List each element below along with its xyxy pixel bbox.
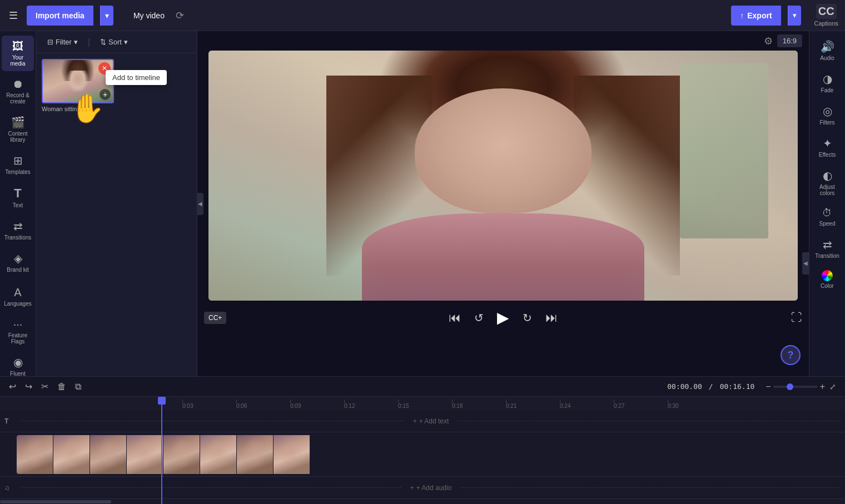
feature-flags-icon: ··· — [13, 318, 23, 331]
audio-icon: 🔊 — [821, 40, 834, 53]
media-thumbnail-container: ✕ + Woman sittin... Add to timeline 🤚 — [42, 59, 114, 112]
text-track-row: T + + Add text — [0, 410, 845, 432]
adjust-colors-icon: ◐ — [823, 169, 832, 182]
ruler-mark: 0:06 — [236, 400, 290, 409]
sort-icon: ⇅ — [100, 38, 106, 46]
undo-button[interactable]: ↩ — [7, 380, 18, 393]
panel-collapse-button[interactable]: ◀ — [197, 193, 203, 215]
sidebar-item-record-create[interactable]: ⏺ Record & create — [2, 73, 34, 109]
skip-forward-button[interactable]: ⏭ — [543, 308, 560, 327]
ruler-mark: 0:18 — [452, 400, 506, 409]
rewind-button[interactable]: ↺ — [472, 309, 486, 327]
help-button[interactable]: ? — [781, 345, 801, 365]
timeline-area: ↩ ↪ ✂ 🗑 ⧉ 00:00.00 / 00:16.10 − + ⤢ 0:03… — [0, 376, 845, 504]
filter-button[interactable]: ⊟ Filter ▾ — [43, 36, 82, 48]
sync-icon[interactable]: ⟳ — [176, 9, 184, 22]
tool-fade[interactable]: ◑ Fade — [811, 68, 843, 98]
export-dropdown-button[interactable]: ▾ — [788, 6, 801, 26]
menu-icon[interactable]: ☰ — [7, 7, 20, 24]
sidebar-item-text[interactable]: T Text — [2, 182, 34, 213]
preview-top-bar: ⚙ 16:9 — [197, 31, 809, 51]
audio-track-content: + + Add audio — [17, 477, 845, 498]
captions-button[interactable]: CC Captions — [814, 4, 838, 27]
record-icon: ⏺ — [12, 78, 23, 91]
redo-button[interactable]: ↪ — [23, 380, 34, 393]
add-text-button[interactable]: + + Add text — [409, 415, 454, 427]
add-audio-button[interactable]: + + Add audio — [406, 482, 456, 494]
cc-button[interactable]: CC+ — [204, 312, 226, 324]
import-button[interactable]: Import media — [27, 6, 93, 26]
export-button[interactable]: ↑ Export — [731, 6, 781, 26]
add-text-icon: + — [413, 417, 417, 425]
add-audio-icon: + — [410, 484, 414, 492]
preview-area: ⚙ 16:9 — [197, 31, 809, 376]
text-track-content: + + Add text — [17, 410, 845, 432]
cut-button[interactable]: ✂ — [39, 380, 51, 393]
tool-color[interactable]: Color — [811, 266, 843, 293]
add-to-timeline-tooltip[interactable]: Add to timeline — [106, 70, 167, 85]
media-thumbnail[interactable]: ✕ + — [42, 59, 114, 103]
tool-effects[interactable]: ✦ Effects — [811, 132, 843, 162]
left-nav: 🖼 Your media ⏺ Record & create 🎬 Content… — [0, 31, 36, 376]
settings-icon[interactable]: ⚙ — [764, 35, 773, 47]
sidebar-item-your-media[interactable]: 🖼 Your media — [2, 36, 34, 71]
zoom-slider[interactable] — [773, 386, 818, 388]
video-track-row — [0, 432, 845, 477]
sidebar-item-fluent-theme[interactable]: ◉ Fluent Theme — [2, 351, 34, 376]
strip-frame — [274, 435, 310, 474]
text-track-label: T — [0, 417, 17, 425]
text-icon: T — [14, 186, 21, 201]
tab-my-video[interactable]: My video — [127, 8, 171, 23]
thumbnail-label: Woman sittin... — [42, 106, 114, 112]
video-frame — [208, 51, 798, 301]
ruler-mark: 0:27 — [614, 400, 668, 409]
timeline-content: 0:03 0:06 0:09 0:12 0:15 0:18 0:21 0:24 … — [0, 397, 845, 504]
main-area: 🖼 Your media ⏺ Record & create 🎬 Content… — [0, 31, 845, 376]
strip-frame — [200, 435, 237, 474]
timeline-ruler: 0:03 0:06 0:09 0:12 0:15 0:18 0:21 0:24 … — [0, 397, 845, 410]
tool-speed[interactable]: ⏱ Speed — [811, 203, 843, 231]
audio-track-row: ♫ + + Add audio — [0, 477, 845, 499]
import-dropdown-button[interactable]: ▾ — [100, 6, 113, 26]
sidebar-item-languages[interactable]: A Languages — [2, 282, 34, 311]
strip-frame — [53, 435, 90, 474]
delete-clip-button[interactable]: 🗑 — [55, 381, 68, 393]
sidebar-item-transitions[interactable]: ⇄ Transitions — [2, 215, 34, 245]
timeline-scrollbar[interactable] — [0, 500, 845, 504]
brand-icon: ◈ — [14, 252, 22, 265]
time-current: 00:00.00 — [667, 382, 702, 391]
sidebar-item-feature-flags[interactable]: ··· Feature Flags — [2, 313, 34, 349]
color-wheel-icon — [822, 270, 833, 281]
sort-button[interactable]: ⇅ Sort ▾ — [96, 36, 132, 48]
tool-adjust-colors[interactable]: ◐ Adjust colors — [811, 164, 843, 201]
zoom-out-button[interactable]: − — [766, 382, 771, 392]
forward-button[interactable]: ↻ — [520, 309, 534, 327]
copy-button[interactable]: ⧉ — [73, 381, 83, 393]
timeline-toolbar: ↩ ↪ ✂ 🗑 ⧉ 00:00.00 / 00:16.10 − + ⤢ — [0, 377, 845, 397]
tool-transition[interactable]: ⇄ Transition — [811, 233, 843, 263]
fit-to-screen-button[interactable]: ⤢ — [827, 381, 838, 392]
play-button[interactable]: ▶ — [495, 306, 511, 329]
zoom-in-button[interactable]: + — [820, 382, 825, 392]
speed-icon: ⏱ — [822, 207, 832, 219]
sidebar-item-brand-kit[interactable]: ◈ Brand kit — [2, 247, 34, 277]
fullscreen-button[interactable]: ⛶ — [791, 311, 802, 324]
media-grid: ✕ + Woman sittin... Add to timeline 🤚 — [36, 53, 197, 376]
tool-filters[interactable]: ◎ Filters — [811, 100, 843, 130]
ruler-mark: 0:30 — [668, 400, 722, 409]
media-toolbar: ⊟ Filter ▾ | ⇅ Sort ▾ — [36, 31, 197, 53]
zoom-controls: − + ⤢ — [766, 381, 838, 392]
sidebar-item-content-library[interactable]: 🎬 Content library — [2, 111, 34, 147]
sidebar-item-templates[interactable]: ⊞ Templates — [2, 149, 34, 179]
languages-icon: A — [14, 286, 21, 299]
skip-back-button[interactable]: ⏮ — [446, 308, 463, 327]
scrollbar-thumb[interactable] — [0, 500, 111, 503]
media-icon: 🖼 — [12, 40, 23, 53]
tool-audio[interactable]: 🔊 Audio — [811, 36, 843, 66]
add-media-icon: + — [100, 89, 111, 100]
strip-frame — [127, 435, 163, 474]
video-track-content[interactable] — [17, 432, 845, 476]
strip-frame — [17, 435, 53, 474]
audio-track-label: ♫ — [0, 484, 17, 492]
video-strip[interactable] — [17, 435, 311, 474]
